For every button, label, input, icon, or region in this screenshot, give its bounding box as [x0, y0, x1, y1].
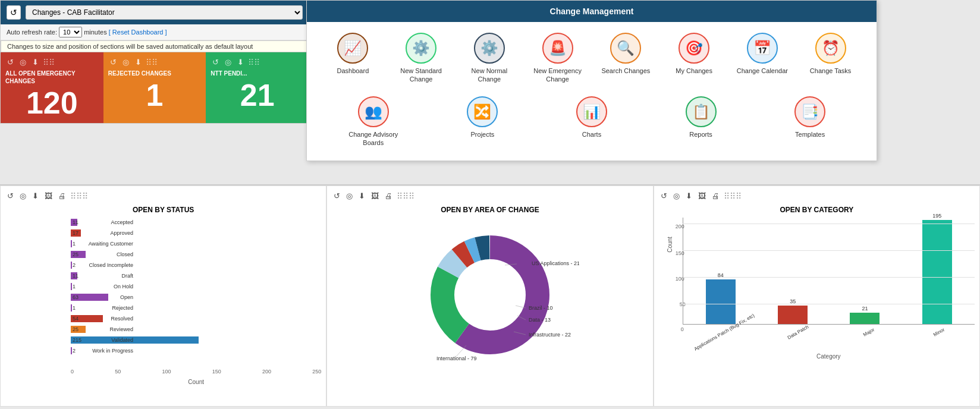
card-download-1[interactable]: ⬇: [30, 57, 40, 67]
chart-image-status[interactable]: 🖼: [43, 191, 54, 201]
nav-icon-change-tasks[interactable]: ⏰Change Tasks: [801, 28, 860, 89]
chart-toolbar-status: ↺ ◎ ⬇ 🖼 🖨 ⠿⠿⠿: [5, 191, 321, 201]
card-value-3: 21: [211, 80, 304, 111]
nav-icon-new-standard-change[interactable]: ⚙️New Standard Change: [391, 28, 451, 89]
bar-label: Rejected: [71, 305, 133, 311]
status-bar-row: Validated215: [71, 335, 321, 345]
donut-chart-container: US Applications - 210 Brazil - 10 Data -…: [332, 218, 648, 372]
refresh-rate-select[interactable]: 10: [59, 27, 82, 37]
app-title: Change Management: [550, 7, 634, 16]
card-refresh-1[interactable]: ↺: [5, 57, 15, 67]
header-refresh-button[interactable]: ↺: [7, 5, 21, 20]
status-bar-row: Accepted11: [71, 218, 321, 227]
chart-download-category[interactable]: ⬇: [684, 191, 694, 201]
nav-icon-label-new-normal-change: New Normal Change: [462, 67, 517, 84]
chart-hide-category[interactable]: ◎: [671, 191, 681, 201]
main-container: ↺ Changes - CAB Facilitator Auto refresh…: [0, 0, 980, 409]
bar-label: Accepted: [71, 219, 133, 225]
chart-refresh-area[interactable]: ↺: [332, 191, 342, 201]
nav-icon-reports[interactable]: 📋Reports: [671, 92, 731, 152]
vbar-appspatch: 84: [689, 272, 752, 324]
x-axis-status: 050100150200250: [71, 369, 321, 375]
card-toolbar-3: ↺ ◎ ⬇ ⠿⠿: [211, 57, 304, 67]
chart-print-status[interactable]: 🖨: [56, 191, 68, 201]
chart-print-category[interactable]: 🖨: [710, 191, 721, 201]
nav-icon-symbol-reports: 📋: [686, 96, 717, 127]
reset-dashboard-link[interactable]: [ Reset Dashboard ]: [109, 29, 167, 36]
chart-drag-status[interactable]: ⠿⠿⠿: [70, 191, 88, 201]
chart-image-area[interactable]: 🖼: [369, 191, 381, 201]
nav-icon-change-calendar[interactable]: 📅Change Calendar: [733, 28, 792, 89]
chart-title-status: OPEN BY STATUS: [5, 206, 321, 214]
nav-icon-label-projects: Projects: [471, 130, 495, 139]
card-refresh-2[interactable]: ↺: [108, 57, 118, 67]
status-bar-row: Awaiting Customer1: [71, 239, 321, 248]
nav-icon-label-charts: Charts: [582, 130, 601, 139]
drag-handle-1[interactable]: ⠿⠿: [43, 58, 55, 67]
nav-icon-symbol-change-advisory-boards: 👥: [358, 96, 389, 127]
nav-icon-dashboard[interactable]: 📈Dashboard: [323, 28, 382, 89]
vbar-datapatch-val: 35: [790, 298, 796, 304]
nav-icon-new-normal-change[interactable]: ⚙️New Normal Change: [460, 28, 519, 89]
nav-icon-label-change-tasks: Change Tasks: [810, 67, 852, 75]
card-toolbar-2: ↺ ◎ ⬇ ⠿⠿: [108, 57, 202, 67]
bar-label: Validated: [71, 337, 133, 343]
card-toolbar-1: ↺ ◎ ⬇ ⠿⠿: [5, 57, 99, 67]
status-bar-row: Open63: [71, 292, 321, 302]
nav-icon-label-dashboard: Dashboard: [337, 67, 369, 75]
chart-drag-category[interactable]: ⠿⠿⠿: [724, 191, 742, 201]
card-hide-1[interactable]: ◎: [18, 57, 28, 67]
nav-icon-symbol-search-changes: 🔍: [610, 33, 641, 64]
card-refresh-3[interactable]: ↺: [211, 57, 221, 67]
vbar-major-val: 21: [862, 306, 868, 312]
dashboard-dropdown[interactable]: Changes - CAB Facilitator: [26, 5, 303, 20]
donut-label-us: US Applications - 210: [532, 260, 579, 266]
chart-drag-area[interactable]: ⠿⠿⠿: [397, 191, 414, 201]
status-bar-row: Closed25: [71, 250, 321, 259]
change-mgmt-panel: Change Management 📈Dashboard⚙️New Standa…: [306, 0, 877, 161]
card-title-3: NTT PENDI...: [211, 70, 304, 77]
bar-label: Draft: [71, 273, 133, 279]
nav-icon-projects[interactable]: 🔀Projects: [453, 92, 512, 152]
y-label-100: 100: [676, 276, 684, 282]
nav-icon-new-emergency-change[interactable]: 🚨New Emergency Change: [528, 28, 588, 89]
nav-icon-label-change-calendar: Change Calendar: [737, 67, 788, 75]
chart-hide-status[interactable]: ◎: [18, 191, 28, 201]
nav-icon-templates[interactable]: 📑Templates: [780, 92, 840, 152]
card-value-1: 120: [5, 87, 99, 118]
bar-label: Approved: [71, 230, 133, 236]
status-bar-row: Draft11: [71, 271, 321, 281]
chart-download-status[interactable]: ⬇: [30, 191, 40, 201]
nav-icon-symbol-change-tasks: ⏰: [815, 33, 846, 64]
chart-image-category[interactable]: 🖼: [696, 191, 708, 201]
nav-icon-symbol-new-standard-change: ⚙️: [406, 33, 436, 64]
bar-label: Reviewed: [71, 326, 133, 332]
drag-handle-3[interactable]: ⠿⠿: [248, 58, 260, 67]
card-download-3[interactable]: ⬇: [235, 57, 246, 67]
chart-print-area[interactable]: 🖨: [383, 191, 394, 201]
chart-hide-area[interactable]: ◎: [344, 191, 354, 201]
metric-cards-row: ↺ ◎ ⬇ ⠿⠿ ALL OPEN EMERGENCY CHANGES 120 …: [1, 52, 309, 123]
nav-icon-change-advisory-boards[interactable]: 👥Change Advisory Boards: [344, 92, 403, 152]
category-x-labels: Applications Patch (Bug Fix, etc) Data P…: [683, 327, 975, 335]
donut-label-brazil: Brazil - 10: [529, 305, 553, 311]
drag-handle-2[interactable]: ⠿⠿: [146, 58, 158, 67]
layout-note-text: Changes to size and position of sections…: [7, 43, 253, 50]
nav-icon-search-changes[interactable]: 🔍Search Changes: [596, 28, 655, 89]
card-hide-2[interactable]: ◎: [121, 57, 131, 67]
card-hide-3[interactable]: ◎: [223, 57, 233, 67]
donut-svg: US Applications - 210 Brazil - 10 Data -…: [401, 218, 579, 372]
layout-note: Changes to size and position of sections…: [1, 40, 309, 52]
nav-icon-charts[interactable]: 📊Charts: [562, 92, 621, 152]
chart-refresh-status[interactable]: ↺: [5, 191, 15, 201]
nav-icon-my-changes[interactable]: 🎯My Changes: [664, 28, 724, 89]
chart-title-area: OPEN BY AREA OF CHANGE: [332, 206, 648, 214]
card-value-2: 1: [108, 80, 202, 111]
chart-download-area[interactable]: ⬇: [357, 191, 367, 201]
x-axis-title-category: Category: [683, 353, 975, 360]
nav-icon-label-templates: Templates: [795, 130, 825, 139]
chart-refresh-category[interactable]: ↺: [659, 191, 669, 201]
bar-label: Awaiting Customer: [71, 241, 133, 247]
card-download-2[interactable]: ⬇: [133, 57, 143, 67]
nav-icon-label-search-changes: Search Changes: [601, 67, 650, 75]
